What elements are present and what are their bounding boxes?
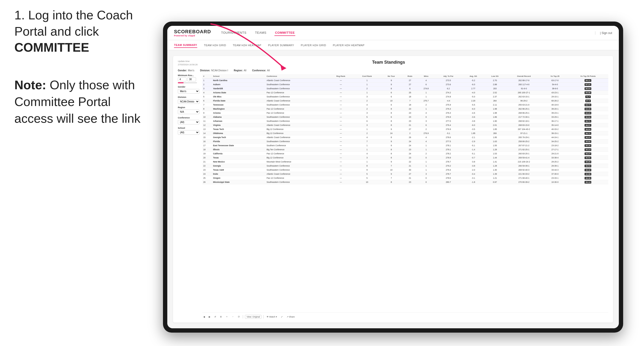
division-label: Division: [200, 69, 210, 72]
table-cell: 274.8 [434, 95, 462, 99]
min-rounds-max-input[interactable] [188, 77, 196, 81]
table-cell: 27 [402, 172, 418, 176]
toolbar-minus[interactable]: － [231, 315, 235, 319]
table-cell: — [328, 144, 354, 148]
table-row: 2AuburnSoutheastern Conference—19276273.… [202, 83, 608, 87]
app-navbar: SCOREBOARD Powered by clippd TOURNAMENTS… [167, 26, 619, 40]
table-cell: 27 [402, 127, 418, 131]
subnav-team-h2h-heatmap[interactable]: TEAM H2H HEATMAP [233, 43, 261, 48]
table-row: 12VirginiaAtlantic Coast Conference—3821… [202, 123, 608, 127]
table-cell: 2 [354, 131, 380, 136]
toolbar-refresh[interactable]: ↺ [213, 315, 217, 319]
conference-select[interactable]: (All) [178, 120, 200, 124]
subnav-player-h2h-heatmap[interactable]: PLAYER H2H HEATMAP [333, 43, 364, 48]
table-cell: 39-23-1 [542, 111, 568, 115]
table-cell: Southeastern Conference [266, 83, 328, 87]
table-cell: Oklahoma [212, 131, 266, 136]
table-cell: 3 [354, 111, 380, 115]
table-cell: 18 [402, 95, 418, 99]
table-row: 8WashingtonPac-12 Conference—28231276.3-… [202, 107, 608, 111]
table-cell: 18 [402, 103, 418, 107]
toolbar-share[interactable]: ↗ Share [286, 315, 296, 319]
division-filter-label: Division [178, 96, 200, 98]
filter-conference: Conference: All [252, 69, 270, 72]
table-cell: 38.54 [568, 164, 608, 168]
table-cell: 269 [484, 131, 506, 136]
toolbar-view[interactable]: View: Original [245, 315, 262, 319]
min-rounds-min-input[interactable] [178, 77, 186, 81]
toolbar-plus[interactable]: ＋ [225, 315, 229, 319]
table-cell: 8 [380, 136, 402, 140]
subnav-player-summary[interactable]: PLAYER SUMMARY [268, 43, 294, 48]
toolbar-expand[interactable]: ⤢ [280, 315, 284, 319]
subnav-team-summary[interactable]: TEAM SUMMARY [174, 43, 197, 48]
step-body: Log into the Coach Portal and click [14, 8, 133, 38]
table-row: 16FloridaSoutheastern Conference—7924427… [202, 140, 608, 144]
table-cell: 9 [354, 168, 380, 172]
nav-committee[interactable]: COMMITTEE [274, 30, 295, 36]
table-cell: 33-29-1 [542, 115, 568, 119]
table-cell: Atlantic Coast Conference [266, 136, 328, 140]
nav-teams[interactable]: TEAMS [254, 30, 267, 36]
table-cell: Big 12 Conference [266, 131, 328, 136]
table-cell: 1.28 [484, 148, 506, 152]
toolbar-clock[interactable]: ⏱ [237, 315, 241, 319]
division-select[interactable]: NCAA Division I NCAA Division II NCAA Di… [178, 99, 200, 104]
subnav-team-h2h-grid[interactable]: TEAM H2H GRID [204, 43, 226, 48]
table-cell: 1.39 [484, 172, 506, 176]
table-cell: 27 [402, 83, 418, 87]
table-cell: 9 [380, 127, 402, 131]
nav-tournaments[interactable]: TOURNAMENTS [220, 30, 247, 36]
step-committee: COMMITTEE [14, 40, 89, 54]
toolbar-back[interactable]: ◀ [202, 315, 206, 319]
table-cell: — [328, 131, 354, 136]
table-cell: — [328, 87, 354, 91]
table-cell: 1 [418, 168, 434, 172]
table-row: 25OregonPac-12 Conference—57210278.5-3.1… [202, 176, 608, 180]
table-cell: Big 12 Conference [266, 156, 328, 160]
toolbar-divider-2 [264, 315, 264, 319]
table-scroll[interactable]: # School Conference Reg Rank Conf Rank N… [202, 74, 608, 311]
table-cell: 91-6-0 [506, 87, 542, 91]
table-cell: 269 92-40-3 [506, 168, 542, 172]
update-time-block: Update time: 27/03/2024 16:56:26 [178, 60, 198, 66]
table-cell: 4 [418, 136, 434, 140]
table-cell: 1.55 [484, 144, 506, 148]
table-cell: 3 [418, 172, 434, 176]
table-cell: -2.1 [462, 136, 484, 140]
table-cell: 23 [402, 119, 418, 123]
table-cell: Illinois [212, 148, 266, 152]
table-cell: 268 83-15-0 [506, 123, 542, 127]
table-cell: — [328, 180, 354, 184]
region-select[interactable]: N/A All [178, 110, 200, 114]
sign-out-link[interactable]: | Sign out [595, 31, 612, 35]
table-cell: 221 90-33-2 [506, 172, 542, 176]
toolbar-forward[interactable]: ▶ [208, 315, 212, 319]
toolbar-watch[interactable]: 👁 Watch ▾ [266, 315, 278, 319]
table-cell: 1.41 [484, 160, 506, 164]
table-cell: 1 [418, 91, 434, 95]
table-cell: 35.13 [568, 180, 608, 184]
standings-table: # School Conference Reg Rank Conf Rank N… [202, 74, 608, 184]
table-cell: 23 [402, 111, 418, 115]
school-select[interactable]: (All) [178, 130, 200, 135]
instruction-area: 1. Log into the Coach Portal and click C… [14, 7, 158, 56]
toolbar-download[interactable]: ⬇ [219, 315, 223, 319]
table-cell: 8 [380, 180, 402, 184]
table-cell: 4 [418, 111, 434, 115]
table-cell: 54-4-0 [542, 83, 568, 87]
brand-name: clippd [188, 34, 195, 37]
gender-select[interactable]: Men's Women's [178, 89, 200, 94]
table-cell: 278.7 [434, 172, 462, 176]
table-cell: Georgia Tech [212, 136, 266, 140]
table-cell: 23 [202, 168, 212, 172]
table-cell: 268 86-25-1 [506, 111, 542, 115]
table-cell: 203 [484, 87, 506, 91]
subnav-player-h2h-grid[interactable]: PLAYER H2H GRID [301, 43, 326, 48]
table-cell: Virginia [212, 123, 266, 127]
table-cell: 29-21-0 [542, 152, 568, 156]
table-row: 9ArizonaPac-12 Conference—38234276.3-4.6… [202, 111, 608, 115]
table-cell: New Mexico [212, 160, 266, 164]
table-cell: Mountain West Conference [266, 160, 328, 164]
table-cell: — [328, 140, 354, 144]
